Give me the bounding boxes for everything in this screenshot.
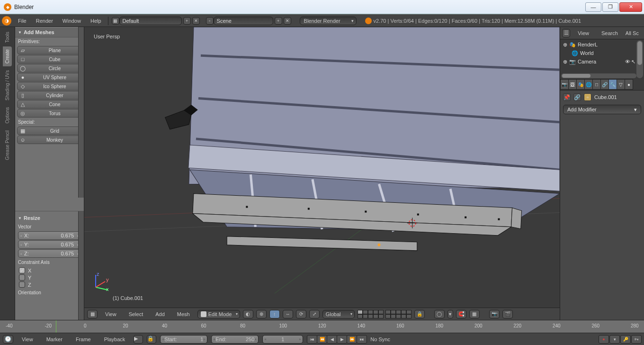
- orientation-dropdown[interactable]: Global: [322, 310, 355, 318]
- timeline-type-button[interactable]: 🕐: [3, 335, 13, 344]
- tab-world[interactable]: 🌐: [584, 79, 593, 90]
- outliner-filter-dropdown[interactable]: All Sc: [626, 30, 642, 36]
- blender-logo-icon[interactable]: ◑: [2, 16, 11, 26]
- play-button[interactable]: ▶: [337, 335, 347, 344]
- insert-key-button[interactable]: 🔑: [620, 335, 631, 344]
- add-plane-button[interactable]: ▱Plane: [17, 46, 82, 54]
- layout-remove-button[interactable]: ✕: [192, 17, 200, 25]
- timeline-cursor[interactable]: [56, 320, 56, 333]
- manipulator-toggle[interactable]: ↕: [269, 310, 280, 318]
- tab-modifiers[interactable]: 🔧: [608, 79, 617, 90]
- layer-buttons[interactable]: [358, 310, 411, 318]
- add-monkey-button[interactable]: ☺Monkey: [17, 136, 82, 144]
- constraint-x-check[interactable]: ✓X: [19, 267, 80, 273]
- render-opengl-button[interactable]: 📷: [489, 310, 500, 318]
- keyframe-next-button[interactable]: ⏩: [347, 335, 357, 344]
- resize-z-field[interactable]: Z:0.675: [18, 249, 81, 258]
- sync-dropdown[interactable]: No Sync: [370, 336, 408, 342]
- timeline-ruler[interactable]: -40-200204060801001201401601802002202402…: [0, 320, 644, 333]
- snap-type[interactable]: ▦: [469, 310, 480, 318]
- scene-input[interactable]: [217, 18, 264, 24]
- tl-menu-view[interactable]: View: [17, 336, 38, 342]
- use-preview-toggle[interactable]: ▶: [134, 335, 143, 344]
- add-modifier-dropdown[interactable]: Add Modifier▾: [563, 105, 641, 114]
- editor-type-button[interactable]: ▦: [87, 310, 98, 318]
- scene-add-button[interactable]: +: [275, 17, 282, 25]
- tl-menu-marker[interactable]: Marker: [42, 336, 67, 342]
- vpmenu-mesh[interactable]: Mesh: [172, 311, 195, 317]
- keyingset-dropdown[interactable]: ▾: [609, 335, 620, 344]
- lock-camera-toggle[interactable]: 🔒: [414, 310, 425, 318]
- tl-menu-playback[interactable]: Playback: [99, 336, 130, 342]
- add-grid-button[interactable]: ▦Grid: [17, 127, 82, 135]
- window-minimize-button[interactable]: —: [585, 2, 601, 12]
- vpmenu-select[interactable]: Select: [124, 311, 148, 317]
- add-torus-button[interactable]: ◎Torus: [17, 109, 82, 118]
- outl-menu-search[interactable]: Search: [597, 30, 623, 36]
- cursor-icon[interactable]: ↖: [631, 59, 635, 65]
- outl-menu-view[interactable]: View: [573, 30, 594, 36]
- tab-material[interactable]: ●: [625, 79, 633, 90]
- screen-layout-input[interactable]: [123, 18, 170, 24]
- resize-panel-head[interactable]: Resize: [15, 213, 84, 223]
- proportional-dropdown[interactable]: ▾: [447, 310, 453, 318]
- toolpanel-scrollbar[interactable]: [78, 27, 84, 198]
- layout-browse-button[interactable]: ▦: [112, 17, 119, 25]
- menu-file[interactable]: File: [13, 18, 31, 24]
- snap-toggle[interactable]: 🧲: [456, 310, 466, 318]
- window-maximize-button[interactable]: ❐: [602, 2, 618, 12]
- proportional-toggle[interactable]: ◯: [434, 310, 445, 318]
- scene-field[interactable]: [214, 17, 273, 25]
- current-frame-field[interactable]: 1: [262, 335, 303, 344]
- 3d-viewport[interactable]: User Persp (1) Cube.001: [84, 27, 560, 308]
- addmesh-panel-head[interactable]: Add Meshes: [15, 27, 84, 37]
- manip-scale[interactable]: ⤢: [309, 310, 320, 318]
- add-ico-sphere-button[interactable]: ◇Ico Sphere: [17, 82, 82, 91]
- pivot-dropdown[interactable]: ⊕: [256, 310, 267, 318]
- tab-constraints[interactable]: 🔗: [600, 79, 609, 90]
- jump-start-button[interactable]: ⏮: [307, 335, 317, 344]
- constraint-y-check[interactable]: Y: [19, 274, 80, 281]
- outliner-scrollbar[interactable]: [636, 40, 643, 78]
- resize-y-field[interactable]: Y:0.675: [18, 240, 81, 249]
- sidetab-shading[interactable]: Shading / UVs: [3, 67, 12, 103]
- tab-scene[interactable]: 🎭: [576, 79, 585, 90]
- scene-browse-button[interactable]: ▫: [206, 17, 214, 25]
- add-cube-button[interactable]: □Cube: [17, 55, 82, 64]
- menu-render[interactable]: Render: [31, 18, 58, 24]
- tl-menu-frame[interactable]: Frame: [71, 336, 96, 342]
- add-cone-button[interactable]: △Cone: [17, 100, 82, 109]
- sidetab-options[interactable]: Options: [3, 104, 12, 126]
- autokey-toggle[interactable]: ●: [599, 335, 609, 344]
- tab-data[interactable]: ▽: [617, 79, 625, 90]
- window-close-button[interactable]: ✕: [619, 2, 642, 12]
- outliner-tree[interactable]: ⊕🎭RenderL 🌐World ⊕📷Camera👁↖📷: [560, 39, 644, 79]
- tab-renderlayers[interactable]: 🖼: [568, 79, 577, 90]
- manip-translate[interactable]: ↔: [283, 310, 293, 318]
- sidetab-tools[interactable]: Tools: [3, 29, 12, 45]
- layout-add-button[interactable]: +: [183, 17, 191, 25]
- add-uv-sphere-button[interactable]: ●UV Sphere: [17, 73, 82, 82]
- outliner-hscrollbar[interactable]: [561, 73, 636, 78]
- start-frame-field[interactable]: Start:1: [160, 335, 207, 344]
- operator-scrollbar[interactable]: [78, 211, 84, 320]
- screen-layout-field[interactable]: [119, 17, 182, 25]
- menu-help[interactable]: Help: [86, 18, 106, 24]
- add-cylinder-button[interactable]: ▯Cylinder: [17, 91, 82, 100]
- vpmenu-add[interactable]: Add: [151, 311, 170, 317]
- manip-rotate[interactable]: ⟳: [296, 310, 306, 318]
- tab-render[interactable]: 📷: [560, 79, 569, 90]
- lock-range-toggle[interactable]: 🔒: [147, 335, 156, 344]
- play-reverse-button[interactable]: ◀: [327, 335, 337, 344]
- shading-dropdown[interactable]: ◐: [243, 310, 253, 318]
- render-engine-dropdown[interactable]: Blender Render: [300, 17, 357, 25]
- end-frame-field[interactable]: End:250: [211, 335, 259, 344]
- menu-window[interactable]: Window: [58, 18, 86, 24]
- pin-icon[interactable]: 📌: [563, 93, 571, 101]
- vpmenu-view[interactable]: View: [100, 311, 121, 317]
- render-anim-button[interactable]: 🎬: [502, 310, 513, 318]
- add-circle-button[interactable]: ◯Circle: [17, 64, 82, 73]
- sidetab-grease[interactable]: Grease Pencil: [3, 127, 12, 163]
- resize-x-field[interactable]: X:0.675: [18, 231, 81, 240]
- delete-key-button[interactable]: 🗝: [631, 335, 642, 344]
